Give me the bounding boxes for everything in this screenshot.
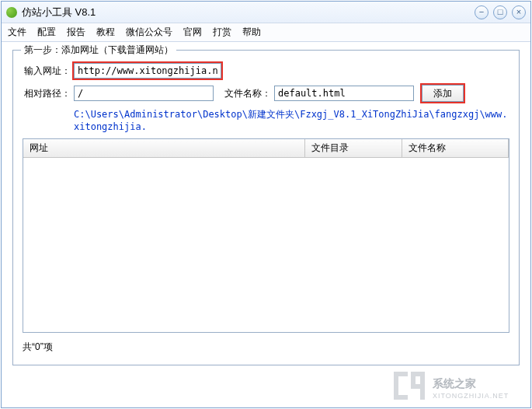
col-filename[interactable]: 文件名称 xyxy=(402,139,508,158)
col-dir[interactable]: 文件目录 xyxy=(304,139,402,158)
path-row: 相对路径： 文件名称： 添加 xyxy=(23,85,509,102)
maximize-button[interactable]: □ xyxy=(493,5,507,19)
url-row: 输入网址： xyxy=(23,63,509,79)
table: 网址 文件目录 文件名称 xyxy=(23,139,509,158)
watermark-sub: XITONGZHIJIA.NET xyxy=(433,392,509,400)
window-title: 仿站小工具 V8.1 xyxy=(22,5,475,19)
watermark-brand: 系统之家 xyxy=(432,377,476,390)
url-label: 输入网址： xyxy=(23,65,71,78)
add-button[interactable]: 添加 xyxy=(422,85,464,102)
menu-website[interactable]: 官网 xyxy=(183,26,202,39)
minimize-button[interactable]: − xyxy=(475,5,489,19)
menu-tutorial[interactable]: 教程 xyxy=(96,26,115,39)
close-button[interactable]: × xyxy=(512,5,526,19)
content-area: 第一步：添加网址（下载普通网站） 输入网址： 相对路径： 文件名称： 添加 C:… xyxy=(2,42,530,373)
menu-report[interactable]: 报告 xyxy=(67,26,85,39)
window-controls: − □ × xyxy=(475,5,526,19)
table-header-row: 网址 文件目录 文件名称 xyxy=(23,139,509,158)
url-input[interactable] xyxy=(74,63,221,79)
filename-input[interactable] xyxy=(274,86,414,101)
menubar: 文件 配置 报告 教程 微信公众号 官网 打赏 帮助 xyxy=(2,23,530,42)
menu-file[interactable]: 文件 xyxy=(8,26,26,39)
menu-config[interactable]: 配置 xyxy=(37,26,56,39)
step1-groupbox: 第一步：添加网址（下载普通网站） 输入网址： 相对路径： 文件名称： 添加 C:… xyxy=(12,50,520,365)
col-url[interactable]: 网址 xyxy=(23,139,304,158)
path-label: 相对路径： xyxy=(23,87,71,100)
path-input[interactable] xyxy=(74,86,214,101)
menu-help[interactable]: 帮助 xyxy=(242,26,261,39)
url-table[interactable]: 网址 文件目录 文件名称 xyxy=(23,138,509,333)
menu-donate[interactable]: 打赏 xyxy=(213,26,231,39)
groupbox-title: 第一步：添加网址（下载普通网站） xyxy=(21,44,176,57)
full-path-text: C:\Users\Administrator\Desktop\新建文件夹\Fzx… xyxy=(74,108,509,132)
menu-wechat[interactable]: 微信公众号 xyxy=(126,26,172,39)
app-window: 仿站小工具 V8.1 − □ × 文件 配置 报告 教程 微信公众号 官网 打赏… xyxy=(1,1,531,408)
filename-label: 文件名称： xyxy=(224,87,271,100)
titlebar: 仿站小工具 V8.1 − □ × xyxy=(2,2,530,23)
item-count: 共“0”项 xyxy=(23,341,509,354)
app-icon xyxy=(6,7,17,18)
